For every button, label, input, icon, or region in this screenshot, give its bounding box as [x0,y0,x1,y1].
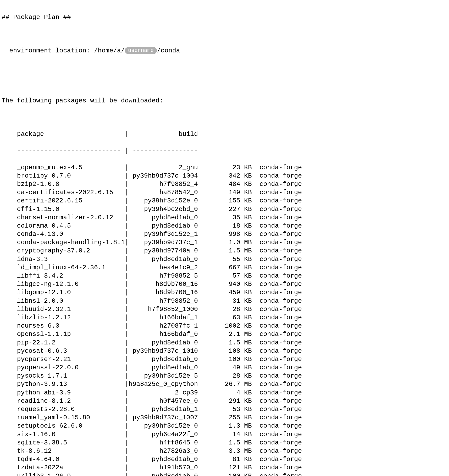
package-channel: conda-forge [252,305,302,313]
package-name: tzdata-2022a [17,463,125,472]
package-channel: conda-forge [252,272,302,280]
package-name: brotlipy-0.7.0 [17,172,125,180]
package-channel: conda-forge [252,422,302,430]
package-name: six-1.16.0 [17,430,125,439]
package-name: cryptography-37.0.2 [17,247,125,255]
table-row: certifi-2022.6.15|py39hf3d152e_0155 KBco… [2,197,449,205]
package-build: pyhd8ed1ab_1 [129,405,198,413]
package-channel: conda-forge [252,380,302,388]
table-row: brotlipy-0.7.0|py39hb9d737c_1004342 KBco… [2,172,449,180]
package-size: 35 KB [198,213,252,222]
header-rule: ---------------------------|------------… [2,147,449,155]
package-name: ruamel_yaml-0.15.80 [17,413,125,422]
package-size: 121 KB [198,463,252,472]
package-name: _openmp_mutex-4.5 [17,163,125,172]
package-build: py39hd97740a_0 [129,247,198,255]
env-location-prefix: environment location: /home/a/ [2,47,125,54]
package-build: py39hb9d737c_1 [129,238,198,247]
package-channel: conda-forge [252,247,302,255]
package-channel: conda-forge [252,180,302,188]
package-channel: conda-forge [252,447,302,455]
package-size: 23 KB [198,163,252,172]
table-row: bzip2-1.0.8|h7f98852_4484 KBconda-forge [2,180,449,188]
package-size: 1.5 MB [198,247,252,255]
package-size: 255 KB [198,413,252,422]
table-row: libffi-3.4.2|h7f98852_557 KBconda-forge [2,272,449,280]
table-row: pip-22.1.2|pyhd8ed1ab_01.5 MBconda-forge [2,339,449,347]
package-build: pyhd8ed1ab_0 [129,339,198,347]
package-build: pyhd8ed1ab_0 [129,213,198,222]
package-build: h8d9b700_16 [129,288,198,297]
package-build: h4ff8645_0 [129,439,198,447]
package-size: 291 KB [198,397,252,405]
package-name: libgomp-12.1.0 [17,288,125,297]
package-name: tqdm-4.64.0 [17,455,125,463]
table-row: libgomp-12.1.0|h8d9b700_16459 KBconda-fo… [2,288,449,297]
package-name: ca-certificates-2022.6.15 [17,188,125,197]
table-row: libuuid-2.32.1|h7f98852_100028 KBconda-f… [2,305,449,313]
table-header: package|build [2,130,449,138]
package-name: libuuid-2.32.1 [17,305,125,313]
table-row: ld_impl_linux-64-2.36.1|hea4e1c9_2667 KB… [2,263,449,272]
package-name: pycparser-2.21 [17,355,125,363]
package-channel: conda-forge [252,472,302,476]
table-row: tzdata-2022a|h191b570_0121 KBconda-forge [2,463,449,472]
package-name: pip-22.1.2 [17,339,125,347]
package-name: requests-2.28.0 [17,405,125,413]
table-row: python-3.9.13|h9a8a25e_0_cpython26.7 MBc… [2,380,449,388]
env-location-suffix: /conda [157,47,180,54]
package-name: ncurses-6.3 [17,322,125,330]
package-name: idna-3.3 [17,255,125,263]
package-name: urllib3-1.26.9 [17,472,125,476]
table-row: pyopenssl-22.0.0|pyhd8ed1ab_049 KBconda-… [2,363,449,372]
table-row: libnsl-2.0.0|h7f98852_031 KBconda-forge [2,297,449,305]
package-build: pyhd8ed1ab_0 [129,472,198,476]
table-row: libzlib-1.2.12|h166bdaf_163 KBconda-forg… [2,313,449,322]
table-row: tqdm-4.64.0|pyhd8ed1ab_081 KBconda-forge [2,455,449,463]
table-row: ca-certificates-2022.6.15|ha878542_0149 … [2,188,449,197]
package-channel: conda-forge [252,397,302,405]
package-size: 63 KB [198,313,252,322]
package-build: py39hb9d737c_1010 [129,347,198,355]
package-name: openssl-1.1.1p [17,330,125,338]
package-channel: conda-forge [252,163,302,172]
package-size: 14 KB [198,430,252,439]
package-channel: conda-forge [252,413,302,422]
package-name: charset-normalizer-2.0.12 [17,213,125,222]
package-size: 2.1 MB [198,330,252,338]
package-build: pyhd8ed1ab_0 [129,363,198,372]
package-channel: conda-forge [252,280,302,288]
col-package: package [17,130,125,138]
package-channel: conda-forge [252,297,302,305]
package-build: py39hf3d152e_0 [129,422,198,430]
package-name: pycosat-0.6.3 [17,347,125,355]
table-row: idna-3.3|pyhd8ed1ab_055 KBconda-forge [2,255,449,263]
package-name: certifi-2022.6.15 [17,197,125,205]
package-size: 31 KB [198,297,252,305]
table-row: ruamel_yaml-0.15.80|py39hb9d737c_1007255… [2,413,449,422]
table-row: requests-2.28.0|pyhd8ed1ab_153 KBconda-f… [2,405,449,413]
table-row: _openmp_mutex-4.5|2_gnu23 KBconda-forge [2,163,449,172]
package-size: 26.7 MB [198,380,252,388]
package-build: 2_gnu [129,163,198,172]
package-build: pyhd8ed1ab_0 [129,222,198,230]
package-build: h27087fc_1 [129,322,198,330]
package-channel: conda-forge [252,263,302,272]
package-build: h7f98852_1000 [129,305,198,313]
package-size: 667 KB [198,263,252,272]
package-channel: conda-forge [252,330,302,338]
table-row: charset-normalizer-2.0.12|pyhd8ed1ab_035… [2,213,449,222]
package-size: 53 KB [198,405,252,413]
package-size: 1.3 MB [198,422,252,430]
package-size: 108 KB [198,347,252,355]
package-build: h9a8a25e_0_cpython [129,380,198,388]
package-size: 100 KB [198,472,252,476]
package-channel: conda-forge [252,405,302,413]
package-name: sqlite-3.38.5 [17,439,125,447]
package-size: 55 KB [198,255,252,263]
package-size: 18 KB [198,222,252,230]
package-channel: conda-forge [252,439,302,447]
package-build: 2_cp39 [129,389,198,397]
package-plan-heading: ## Package Plan ## [2,13,449,21]
table-row: readline-8.1.2|h0f457ee_0291 KBconda-for… [2,397,449,405]
